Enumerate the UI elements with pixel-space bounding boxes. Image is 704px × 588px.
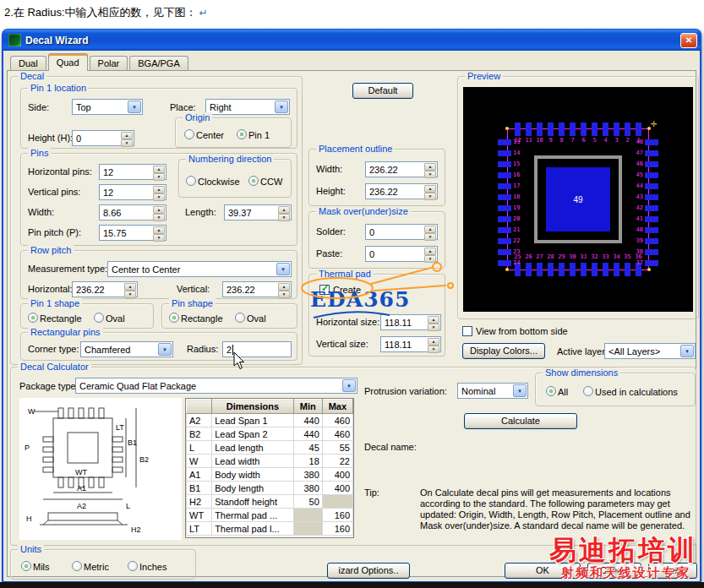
spin-down-icon[interactable]: ▼ — [428, 346, 439, 353]
spin-down-icon[interactable]: ▼ — [424, 193, 436, 200]
spinner[interactable]: ▲▼ — [428, 316, 439, 329]
pin-pitch-input[interactable]: 15.75 ▲▼ — [99, 225, 166, 241]
pin-length-input[interactable]: 39.37 ▲▼ — [224, 204, 292, 220]
chevron-down-icon[interactable]: ▼ — [158, 343, 172, 356]
pin-shape-rectangle-radio[interactable] — [169, 313, 179, 323]
spin-up-icon[interactable]: ▲ — [424, 163, 436, 171]
spin-up-icon[interactable]: ▲ — [278, 283, 290, 291]
spin-down-icon[interactable]: ▼ — [424, 233, 436, 241]
table-row[interactable]: B2Lead Span 2440460 — [187, 427, 353, 441]
titlebar[interactable]: Decal Wizard ✕ — [3, 30, 701, 51]
origin-pin1-radio[interactable] — [237, 129, 247, 139]
units-metric-radio[interactable] — [72, 561, 82, 571]
spin-up-icon[interactable]: ▲ — [424, 248, 436, 255]
close-button[interactable]: ✕ — [680, 33, 697, 48]
clockwise-radio[interactable] — [186, 176, 196, 186]
protrusion-select[interactable]: Nominal ▼ — [457, 383, 528, 399]
spin-up-icon[interactable]: ▲ — [428, 316, 439, 324]
table-row[interactable]: WLead width1822 — [187, 455, 353, 468]
placement-height-input[interactable]: 236.22 ▲▼ — [365, 183, 438, 199]
spin-down-icon[interactable]: ▼ — [153, 193, 165, 201]
vertical-pins-input[interactable]: 12 ▲▼ — [99, 184, 166, 200]
spinner[interactable]: ▲▼ — [424, 163, 436, 176]
display-colors-button[interactable]: Display Colors... — [462, 343, 545, 359]
tab-polar[interactable]: Polar — [90, 56, 128, 71]
spin-down-icon[interactable]: ▼ — [424, 171, 436, 178]
spinner[interactable]: ▲▼ — [124, 283, 136, 296]
row-vertical-input[interactable]: 236.22 ▲▼ — [222, 281, 292, 297]
units-inches-radio[interactable] — [128, 561, 138, 571]
height-input[interactable]: 0 ▲▼ — [72, 130, 134, 146]
corner-type-select[interactable]: Chamfered ▼ — [80, 341, 173, 357]
spin-down-icon[interactable]: ▼ — [278, 291, 290, 298]
spin-up-icon[interactable]: ▲ — [278, 206, 290, 214]
row-horizontal-input[interactable]: 236.22 ▲▼ — [72, 281, 138, 297]
tab-quad[interactable]: Quad — [48, 53, 88, 71]
spin-up-icon[interactable]: ▲ — [424, 185, 436, 193]
spin-up-icon[interactable]: ▲ — [153, 166, 165, 173]
spinner[interactable]: ▲▼ — [153, 166, 165, 178]
spin-down-icon[interactable]: ▼ — [153, 173, 165, 181]
origin-center-radio[interactable] — [184, 129, 194, 139]
table-row[interactable]: LTThermal pad l...160 — [187, 522, 353, 536]
table-row[interactable]: WTThermal pad ...160 — [187, 509, 353, 522]
pin1-shape-rectangle-radio[interactable] — [28, 313, 38, 323]
spin-up-icon[interactable]: ▲ — [124, 283, 136, 291]
placement-width-input[interactable]: 236.22 ▲▼ — [365, 161, 438, 177]
spin-up-icon[interactable]: ▲ — [153, 186, 165, 193]
package-type-select[interactable]: Ceramic Quad Flat Package ▼ — [75, 378, 357, 394]
spin-up-icon[interactable]: ▲ — [428, 338, 439, 346]
units-mils-radio[interactable] — [21, 561, 31, 571]
spin-down-icon[interactable]: ▼ — [153, 234, 165, 242]
view-bottom-checkbox[interactable] — [462, 326, 472, 336]
table-row[interactable]: LLead length4555 — [187, 441, 353, 455]
spinner[interactable]: ▲▼ — [153, 206, 165, 219]
spin-down-icon[interactable]: ▼ — [428, 324, 439, 331]
chevron-down-icon[interactable]: ▼ — [276, 263, 290, 275]
pin1-shape-oval-radio[interactable] — [94, 313, 104, 323]
spinner[interactable]: ▲▼ — [121, 132, 133, 144]
spin-down-icon[interactable]: ▼ — [121, 139, 133, 147]
spin-down-icon[interactable]: ▼ — [153, 214, 165, 221]
spin-up-icon[interactable]: ▲ — [121, 132, 133, 139]
table-row[interactable]: A2Lead Span 1440460 — [187, 414, 353, 427]
thermal-vertical-input[interactable]: 118.11 ▲▼ — [380, 336, 441, 352]
spinner[interactable]: ▲▼ — [153, 186, 165, 199]
wizard-options-button[interactable]: izard Options.. — [327, 563, 410, 579]
pin-shape-oval-radio[interactable] — [235, 313, 245, 323]
spinner[interactable]: ▲▼ — [278, 206, 290, 219]
spinner[interactable]: ▲▼ — [424, 185, 436, 198]
ccw-radio[interactable] — [248, 176, 259, 186]
table-row[interactable]: H2Standoff height50 — [187, 495, 353, 509]
solder-input[interactable]: 0 ▲▼ — [365, 224, 438, 240]
dimensions-table[interactable]: DimensionsMinMax A2Lead Span 1440460B2Le… — [185, 398, 354, 538]
show-used-radio[interactable] — [583, 386, 593, 396]
place-select[interactable]: Right ▼ — [205, 99, 290, 115]
side-select[interactable]: Top ▼ — [72, 99, 143, 115]
measurement-type-select[interactable]: Center to Center ▼ — [107, 261, 292, 277]
show-all-radio[interactable] — [546, 386, 556, 396]
spinner[interactable]: ▲▼ — [424, 248, 436, 260]
preview-canvas[interactable]: 49 ✛ 12251348112614471027154692816458291… — [463, 87, 693, 312]
chevron-down-icon[interactable]: ▼ — [342, 379, 356, 392]
tab-dual[interactable]: Dual — [10, 56, 46, 71]
active-layer-select[interactable]: <All Layers> ▼ — [604, 343, 696, 359]
spin-down-icon[interactable]: ▼ — [278, 214, 290, 221]
chevron-down-icon[interactable]: ▼ — [275, 101, 288, 113]
spinner[interactable]: ▲▼ — [424, 226, 436, 238]
chevron-down-icon[interactable]: ▼ — [680, 345, 694, 357]
table-row[interactable]: B1Body length380400 — [187, 482, 353, 495]
spinner[interactable]: ▲▼ — [153, 226, 165, 239]
spinner[interactable]: ▲▼ — [428, 338, 439, 351]
default-button[interactable]: Default — [352, 83, 413, 99]
spin-up-icon[interactable]: ▲ — [424, 226, 436, 233]
pin-width-input[interactable]: 8.66 ▲▼ — [99, 204, 166, 220]
chevron-down-icon[interactable]: ▼ — [128, 101, 141, 113]
spin-up-icon[interactable]: ▲ — [153, 226, 165, 234]
table-row[interactable]: A1Body width380400 — [187, 468, 353, 482]
spin-down-icon[interactable]: ▼ — [124, 291, 136, 298]
spinner[interactable]: ▲▼ — [278, 283, 290, 296]
chevron-down-icon[interactable]: ▼ — [513, 384, 527, 397]
calculate-button[interactable]: Calculate — [464, 413, 577, 429]
horizontal-pins-input[interactable]: 12 ▲▼ — [99, 164, 166, 180]
